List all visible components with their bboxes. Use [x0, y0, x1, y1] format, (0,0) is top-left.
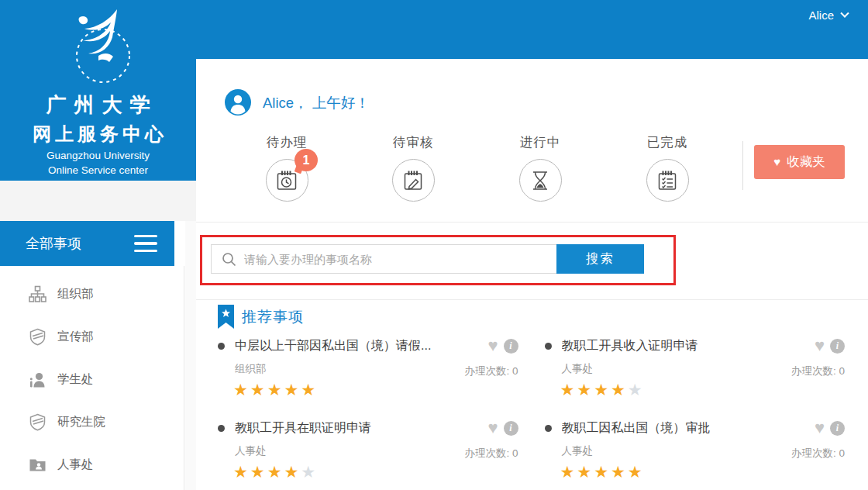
search-icon — [222, 252, 236, 267]
sidebar-item-organization-dept[interactable]: 组织部 — [0, 273, 184, 316]
sidebar-item-student-affairs[interactable]: 学生处 — [0, 358, 184, 401]
status-pending[interactable]: 待办理 1 — [239, 134, 334, 202]
info-icon[interactable]: i — [830, 339, 845, 354]
item-rating: ★★★★★ — [560, 381, 771, 399]
bullet-icon — [218, 425, 225, 432]
logo-subtitle-en: Online Service center — [0, 164, 196, 176]
notepad-pencil-icon[interactable] — [392, 159, 435, 202]
bullet-icon — [545, 425, 552, 432]
hamburger-menu-icon[interactable] — [134, 235, 157, 253]
service-item: 教职工因私出国（境）审批 人事处 ★★★★★ ♥ i 办理次数: 0 — [545, 420, 846, 481]
hourglass-icon[interactable] — [519, 159, 562, 202]
sidebar-logo-block: 广州大学 网上服务中心 Guangzhou University Online … — [0, 0, 196, 181]
count-label: 办理次数: — [791, 365, 836, 377]
info-icon[interactable]: i — [504, 339, 518, 354]
service-item: 教职工开具收入证明申请 人事处 ★★★★★ ♥ i 办理次数: 0 — [545, 338, 846, 399]
department-menu: 组织部 宣传部 学生处 — [0, 266, 184, 490]
heart-icon: ♥ — [773, 155, 780, 168]
count-label: 办理次数: — [464, 447, 509, 459]
user-menu[interactable]: Alice — [808, 9, 848, 22]
sidebar-item-graduate-school[interactable]: 研究生院 — [0, 401, 184, 443]
favorite-heart-icon[interactable]: ♥ — [487, 420, 498, 436]
section-divider — [196, 222, 868, 223]
info-icon[interactable]: i — [830, 421, 845, 436]
sidebar-item-personnel-dept[interactable]: 人事处 — [0, 443, 184, 486]
avatar — [225, 89, 251, 116]
recommend-title: 推荐事项 — [242, 307, 304, 327]
search-button[interactable]: 搜索 — [556, 244, 644, 274]
bullet-icon — [218, 343, 225, 350]
sidebar-item-label: 人事处 — [57, 457, 94, 473]
all-items-header[interactable]: 全部事项 — [0, 221, 174, 266]
student-icon — [28, 371, 46, 389]
recommend-items-grid: 中层以上干部因私出国（境）请假... 组织部 ★★★★★ ♥ i 办理次数: 0 — [218, 338, 845, 481]
sidebar-item-label: 学生处 — [57, 371, 94, 388]
status-completed[interactable]: 已完成 — [620, 134, 715, 202]
bookmark-star-icon — [218, 305, 234, 329]
all-items-label: 全部事项 — [26, 234, 134, 253]
status-review[interactable]: 待审核 — [366, 134, 460, 202]
status-in-progress[interactable]: 进行中 — [493, 134, 587, 202]
section-divider — [196, 299, 868, 300]
chevron-down-icon — [840, 9, 849, 17]
divider — [742, 141, 743, 190]
main-content: Alice， 上午好！ 待办理 1 待审核 — [196, 59, 868, 490]
greeting-text: Alice， 上午好！ — [263, 93, 370, 112]
status-label: 进行中 — [493, 134, 587, 151]
item-title[interactable]: 教职工开具在职证明申请 — [235, 420, 371, 437]
search-bar: 搜索 — [211, 244, 644, 274]
search-highlight-annotation: 搜索 — [200, 235, 676, 285]
sidebar-item-label: 宣传部 — [57, 329, 94, 345]
search-field[interactable] — [211, 244, 556, 274]
recommend-header: 推荐事项 — [218, 305, 304, 329]
favorites-button[interactable]: ♥收藏夹 — [754, 145, 845, 179]
item-department: 组织部 — [235, 362, 444, 376]
university-logo — [52, 8, 145, 90]
sidebar-gap — [0, 181, 196, 221]
count-label: 办理次数: — [791, 447, 836, 459]
user-name: Alice — [808, 9, 834, 22]
sidebar-item-label: 组织部 — [57, 286, 94, 302]
service-item: 中层以上干部因私出国（境）请假... 组织部 ★★★★★ ♥ i 办理次数: 0 — [218, 338, 518, 399]
item-rating: ★★★★★ — [560, 463, 771, 481]
page: Alice 广州大学 网上服务中心 Guangzhou University O… — [0, 0, 868, 490]
item-title[interactable]: 中层以上干部因私出国（境）请假... — [235, 338, 431, 354]
item-department: 人事处 — [562, 362, 771, 376]
logo-subtitle-cn: 网上服务中心 — [0, 122, 196, 147]
logo-title-cn: 广州大学 — [0, 91, 196, 119]
status-label: 已完成 — [620, 134, 715, 151]
sidebar-item-propaganda-dept[interactable]: 宣传部 — [0, 316, 184, 358]
count-label: 办理次数: — [464, 365, 509, 377]
item-department: 人事处 — [562, 444, 771, 458]
favorite-heart-icon[interactable]: ♥ — [815, 420, 825, 436]
status-label: 待办理 — [239, 134, 334, 151]
sidebar-strip — [185, 221, 196, 490]
search-input[interactable] — [244, 253, 556, 266]
item-title[interactable]: 教职工开具收入证明申请 — [562, 338, 698, 354]
shield-icon — [28, 413, 46, 432]
favorites-label: 收藏夹 — [787, 154, 825, 168]
status-label: 待审核 — [366, 134, 460, 151]
count-value: 0 — [839, 447, 845, 459]
favorite-heart-icon[interactable]: ♥ — [815, 338, 825, 354]
greeting-row: Alice， 上午好！ — [225, 89, 370, 116]
pending-count-badge: 1 — [294, 149, 318, 171]
checklist-icon[interactable] — [646, 159, 689, 202]
count-value: 0 — [512, 447, 518, 459]
count-value: 0 — [839, 365, 845, 377]
item-rating: ★★★★★ — [233, 463, 444, 481]
item-title[interactable]: 教职工因私出国（境）审批 — [562, 420, 711, 437]
count-value: 0 — [512, 365, 518, 377]
shield-icon — [28, 328, 46, 347]
info-icon[interactable]: i — [504, 421, 518, 436]
favorite-heart-icon[interactable]: ♥ — [487, 338, 498, 354]
bullet-icon — [545, 343, 552, 350]
item-department: 人事处 — [235, 444, 444, 458]
folder-user-icon — [28, 456, 46, 474]
sidebar-item-label: 研究生院 — [57, 414, 105, 430]
service-item: 教职工开具在职证明申请 人事处 ★★★★★ ♥ i 办理次数: 0 — [218, 420, 518, 481]
item-rating: ★★★★★ — [233, 381, 444, 399]
org-chart-icon — [28, 285, 46, 304]
logo-title-en: Guangzhou University — [0, 150, 196, 161]
